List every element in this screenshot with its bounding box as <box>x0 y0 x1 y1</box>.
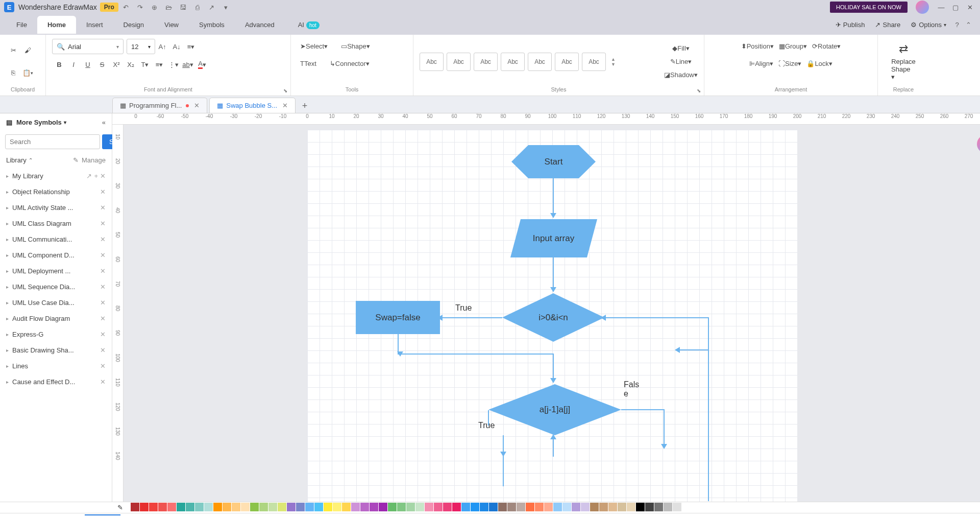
ai-assistant-button[interactable] <box>977 135 980 153</box>
color-swatch[interactable] <box>213 503 222 511</box>
add-tab-button[interactable]: + <box>298 99 312 113</box>
font-family-select[interactable]: 🔍 Arial ▾ <box>52 39 124 54</box>
size-button[interactable]: ⛶ Size▾ <box>778 56 801 70</box>
undo-button[interactable]: ↶ <box>119 2 133 13</box>
color-swatch[interactable] <box>645 503 654 511</box>
increase-font-button[interactable]: A↑ <box>155 39 169 54</box>
color-swatch[interactable] <box>186 503 194 511</box>
doc-tab-programming[interactable]: ▦ Programming Fl... ✕ <box>112 98 207 113</box>
minimize-button[interactable]: — <box>935 2 947 13</box>
holiday-banner[interactable]: HOLIDAY SALE ON NOW <box>830 2 908 13</box>
sidebar-item[interactable]: ▸Audit Flow Diagram✕ <box>0 311 112 326</box>
save-button[interactable]: 🖫 <box>177 2 190 13</box>
color-swatch[interactable] <box>471 503 479 511</box>
color-swatch[interactable] <box>223 503 231 511</box>
color-swatch[interactable] <box>296 503 305 511</box>
tab-view[interactable]: View <box>154 16 189 34</box>
style-preset-4[interactable]: Abc <box>501 53 525 71</box>
shape-swap[interactable]: Swap=false <box>356 301 440 334</box>
connector[interactable] <box>677 349 708 350</box>
color-swatch[interactable] <box>664 503 672 511</box>
color-swatch[interactable] <box>342 503 351 511</box>
color-swatch[interactable] <box>489 503 498 511</box>
tab-design[interactable]: Design <box>113 16 154 34</box>
superscript-button[interactable]: X² <box>109 57 124 72</box>
color-swatch[interactable] <box>535 503 544 511</box>
close-icon[interactable]: ✕ <box>100 267 106 275</box>
strike-button[interactable]: S <box>95 57 109 72</box>
style-preset-5[interactable]: Abc <box>528 53 552 71</box>
sidebar-item[interactable]: ▸UML Use Case Dia...✕ <box>0 295 112 311</box>
tab-home[interactable]: Home <box>37 16 76 34</box>
connector[interactable] <box>553 257 554 288</box>
style-preset-1[interactable]: Abc <box>420 53 444 71</box>
color-swatch[interactable] <box>131 503 139 511</box>
open-icon[interactable]: ↗ <box>86 172 92 180</box>
align-menu[interactable]: ≡▾ <box>184 39 198 54</box>
share-button[interactable]: ↗Share <box>870 18 905 32</box>
close-icon[interactable]: ✕ <box>100 204 106 211</box>
color-swatch[interactable] <box>140 503 149 511</box>
color-swatch[interactable] <box>370 503 378 511</box>
color-swatch[interactable] <box>324 503 332 511</box>
format-painter-button[interactable]: 🖌 <box>20 43 35 57</box>
color-swatch[interactable] <box>167 503 176 511</box>
case-button[interactable]: T▾ <box>138 57 152 72</box>
page-tab-1[interactable]: Page-1 <box>85 514 120 518</box>
add-icon[interactable]: + <box>94 172 98 180</box>
color-swatch[interactable] <box>268 503 277 511</box>
collapse-ribbon-button[interactable]: ⌃ <box>963 21 974 29</box>
print-button[interactable]: ⎙ <box>191 2 204 13</box>
close-icon[interactable]: ✕ <box>100 188 106 196</box>
close-icon[interactable]: ✕ <box>100 299 106 307</box>
color-swatch[interactable] <box>599 503 608 511</box>
color-swatch[interactable] <box>654 503 663 511</box>
options-button[interactable]: ⚙Options▾ <box>905 18 951 32</box>
sidebar-item[interactable]: ▸UML Sequence Dia...✕ <box>0 279 112 295</box>
color-swatch[interactable] <box>351 503 360 511</box>
color-swatch[interactable] <box>627 503 635 511</box>
color-swatch[interactable] <box>241 503 250 511</box>
font-size-select[interactable]: 12▾ <box>127 39 155 54</box>
shape-decision-2[interactable]: a[j-1]a[j] <box>488 384 621 435</box>
color-swatch[interactable] <box>434 503 443 511</box>
shadow-button[interactable]: ◪ Shadow ▾ <box>664 69 698 81</box>
sidebar-item[interactable]: ▸Express-G✕ <box>0 326 112 342</box>
color-swatch[interactable] <box>572 503 580 511</box>
sidebar-item[interactable]: ▸Cause and Effect D...✕ <box>0 374 112 390</box>
rotate-button[interactable]: ⟳ Rotate▾ <box>812 39 841 53</box>
qat-more[interactable]: ▾ <box>219 2 233 13</box>
collapse-sidebar-button[interactable]: « <box>102 119 106 126</box>
replace-shape-button[interactable]: ⇄ Replace Shape ▾ <box>884 39 923 84</box>
align-button[interactable]: ⊫ Align▾ <box>749 56 773 70</box>
lock-button[interactable]: 🔒 Lock▾ <box>806 56 832 70</box>
style-scroll-down[interactable]: ▼ <box>611 62 616 67</box>
library-toggle[interactable]: Library <box>6 156 27 164</box>
color-swatch[interactable] <box>673 503 681 511</box>
color-swatch[interactable] <box>195 503 204 511</box>
sidebar-item[interactable]: ▸Basic Drawing Sha...✕ <box>0 342 112 358</box>
highlight-button[interactable]: ab▾ <box>181 57 195 72</box>
tab-symbols[interactable]: Symbols <box>189 16 235 34</box>
style-preset-7[interactable]: Abc <box>582 53 606 71</box>
sidebar-item[interactable]: ▸Lines✕ <box>0 358 112 374</box>
color-swatch[interactable] <box>608 503 617 511</box>
close-window-button[interactable]: ✕ <box>964 2 976 13</box>
tab-advanced[interactable]: Advanced <box>235 16 285 34</box>
color-swatch[interactable] <box>517 503 525 511</box>
page[interactable]: Start Input array i>0&i<n True Swap=fals… <box>307 130 797 502</box>
color-swatch[interactable] <box>406 503 415 511</box>
connector-tool[interactable]: ↳ Connector ▾ <box>327 56 373 70</box>
color-swatch[interactable] <box>388 503 397 511</box>
color-swatch[interactable] <box>443 503 452 511</box>
canvas[interactable]: Start Input array i>0&i<n True Swap=fals… <box>124 125 980 502</box>
italic-button[interactable]: I <box>66 57 81 72</box>
sidebar-item-mylib[interactable]: ▸My Library ↗+✕ <box>0 168 112 184</box>
color-swatch[interactable] <box>333 503 341 511</box>
shape-start[interactable]: Start <box>511 145 596 178</box>
fill-button[interactable]: ◆ Fill ▾ <box>664 43 698 54</box>
connector[interactable] <box>398 354 553 355</box>
color-swatch[interactable] <box>581 503 590 511</box>
bold-button[interactable]: B <box>52 57 66 72</box>
close-icon[interactable]: ✕ <box>100 172 106 180</box>
